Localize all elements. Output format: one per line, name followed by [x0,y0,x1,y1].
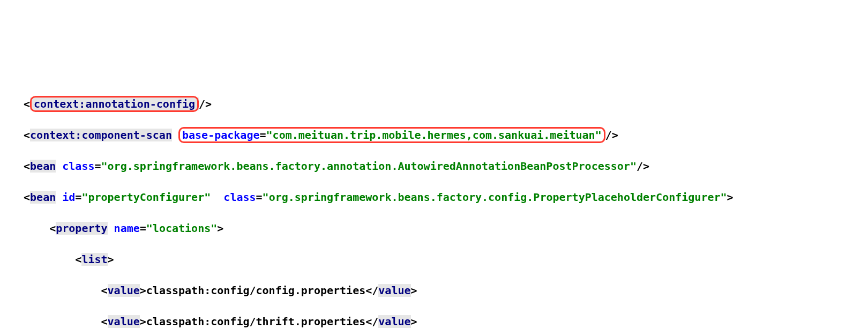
xml-tag: property [56,222,107,235]
xml-text: classpath:config/config.properties [146,284,365,297]
xml-code-block: <context:annotation-config/> <context:co… [0,62,868,329]
xml-attr: class [223,191,256,204]
code-line: <context:component-scan base-package="co… [0,128,868,143]
code-line: <context:annotation-config/> [0,96,868,112]
xml-val: locations [153,222,211,235]
xml-val: com.meituan.trip.mobile.hermes,com.sanku… [273,129,595,141]
xml-tag: bean [30,191,56,204]
xml-tag: context:annotation-config [34,98,195,110]
xml-tag: value [108,315,140,328]
xml-tag: context:component-scan [30,129,172,141]
xml-close: value [378,315,410,328]
xml-tag: bean [30,160,56,173]
xml-val: propertyConfigurer [88,191,204,204]
code-line: <property name="locations"> [0,221,868,236]
xml-val: org.springframework.beans.factory.config… [269,191,721,204]
code-line: <bean id="propertyConfigurer" class="org… [0,190,868,205]
code-line: <value>classpath:config/config.propertie… [0,283,868,298]
xml-attr: class [62,160,94,173]
xml-val: org.springframework.beans.factory.annota… [108,160,630,173]
xml-tag: list [81,253,107,266]
xml-text: classpath:config/thrift.properties [146,315,365,328]
xml-close: value [378,284,410,297]
code-line: <list> [0,252,868,267]
xml-tag: value [108,284,140,297]
xml-attr: id [62,191,75,204]
code-line: <bean class="org.springframework.beans.f… [0,159,868,174]
xml-attr: name [114,222,140,235]
code-line: <value>classpath:config/thrift.propertie… [0,314,868,329]
xml-attr: base-package [182,129,260,141]
